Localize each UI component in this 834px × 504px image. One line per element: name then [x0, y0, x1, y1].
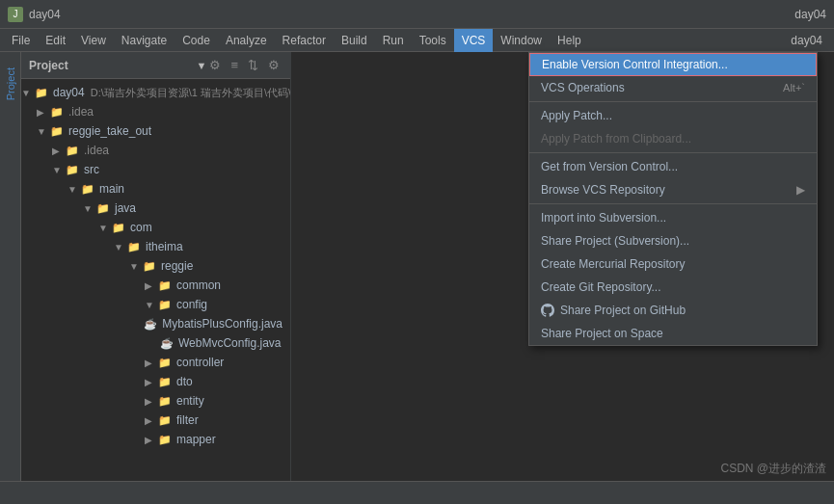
tree-row-com[interactable]: ▼ 📁 com [21, 218, 290, 237]
menu-build[interactable]: Build [334, 29, 375, 52]
project-title: day04 [29, 8, 61, 21]
vcs-item-operations[interactable]: VCS Operations Alt+` [529, 76, 817, 99]
vcs-dropdown-menu: Enable Version Control Integration... VC… [528, 52, 818, 346]
vcs-item-label-mercurial: Create Mercurial Repository [541, 257, 685, 271]
vcs-item-label-share-svn: Share Project (Subversion)... [541, 234, 689, 248]
panel-title: Project [29, 59, 194, 72]
menu-edit[interactable]: Edit [38, 29, 73, 52]
panel-icon-3[interactable]: ⇅ [245, 57, 261, 73]
menu-vcs[interactable]: VCS [454, 29, 494, 52]
tree-row-idea1[interactable]: ▶ 📁 .idea [21, 102, 290, 121]
label-com: com [130, 221, 152, 234]
folder-icon-config: 📁 [158, 299, 174, 311]
tree-view: ▼ 📁 day04 D:\瑞吉外卖项目资源\1 瑞吉外卖项目\代码\day04 … [21, 79, 290, 481]
tree-row-dto[interactable]: ▶ 📁 dto [21, 372, 290, 391]
vcs-item-mercurial[interactable]: Create Mercurial Repository [529, 252, 817, 276]
panel-icon-2[interactable]: ≡ [228, 57, 241, 73]
vcs-item-space[interactable]: Share Project on Space [529, 322, 817, 345]
tree-row-main[interactable]: ▼ 📁 main [21, 179, 290, 199]
tree-row-filter[interactable]: ▶ 📁 filter [21, 411, 290, 430]
path-day04: D:\瑞吉外卖项目资源\1 瑞吉外卖项目\代码\day04 [91, 86, 290, 100]
vcs-item-github[interactable]: Share Project on GitHub [529, 299, 817, 322]
folder-icon-controller: 📁 [158, 357, 174, 369]
arrow-reggie: ▼ [37, 126, 50, 137]
menu-navigate[interactable]: Navigate [114, 29, 175, 52]
panel-dropdown-arrow[interactable]: ▼ [197, 60, 207, 71]
menu-bar: File Edit View Navigate Code Analyze Ref… [0, 29, 834, 52]
folder-icon-idea2: 📁 [66, 145, 81, 157]
arrow-idea1: ▶ [37, 107, 50, 118]
panel-icon-4[interactable]: ⚙ [265, 57, 282, 73]
menu-view[interactable]: View [73, 29, 114, 52]
menu-code[interactable]: Code [175, 29, 218, 52]
tree-row-day04[interactable]: ▼ 📁 day04 D:\瑞吉外卖项目资源\1 瑞吉外卖项目\代码\day04 [21, 83, 290, 102]
folder-icon-java: 📁 [96, 202, 112, 215]
vcs-item-create-git[interactable]: Create Git Repository... [529, 276, 817, 299]
arrow-dto: ▶ [145, 377, 158, 387]
side-tab-project[interactable]: Project [3, 60, 18, 108]
vcs-item-label-apply-clipboard: Apply Patch from Clipboard... [541, 132, 691, 146]
folder-icon-idea1: 📁 [50, 106, 66, 119]
label-day04: day04 [53, 86, 85, 99]
label-common: common [176, 279, 221, 292]
vcs-separator-2 [529, 152, 817, 153]
vcs-item-share-svn[interactable]: Share Project (Subversion)... [529, 229, 817, 252]
github-icon [541, 304, 554, 317]
tree-row-mapper[interactable]: ▶ 📁 mapper [21, 430, 290, 449]
label-mybatis: MybatisPlusConfig.java [162, 317, 282, 331]
label-webmvc: WebMvcConfig.java [178, 336, 282, 350]
menu-file[interactable]: File [4, 29, 38, 52]
tree-row-controller[interactable]: ▶ 📁 controller [21, 353, 290, 372]
folder-icon-main: 📁 [81, 183, 96, 196]
tree-row-java[interactable]: ▼ 📁 java [21, 199, 290, 218]
menu-refactor[interactable]: Refactor [275, 29, 334, 52]
arrow-entity: ▶ [145, 396, 158, 407]
menu-help[interactable]: Help [550, 29, 589, 52]
arrow-common: ▶ [145, 280, 158, 291]
menu-tools[interactable]: Tools [412, 29, 454, 52]
label-reggie: reggie_take_out [68, 124, 151, 138]
vcs-item-import-svn[interactable]: Import into Subversion... [529, 206, 817, 229]
watermark: CSDN @进步的渣渣 [720, 461, 826, 477]
vcs-item-get-vcs[interactable]: Get from Version Control... [529, 155, 817, 178]
project-panel: Project ▼ ⚙ ≡ ⇅ ⚙ ▼ 📁 day04 D:\瑞吉外卖项目资源\… [21, 52, 291, 481]
tree-row-entity[interactable]: ▶ 📁 entity [21, 391, 290, 411]
folder-icon-day04: 📁 [35, 87, 50, 99]
folder-icon-src: 📁 [66, 164, 81, 176]
menu-analyze[interactable]: Analyze [218, 29, 275, 52]
vcs-shortcut-operations: Alt+` [783, 82, 805, 93]
tree-row-webmvc[interactable]: ☕ WebMvcConfig.java [21, 333, 290, 353]
folder-icon-reggie2: 📁 [143, 260, 158, 273]
tree-row-reggie[interactable]: ▼ 📁 reggie_take_out [21, 121, 290, 141]
tree-row-reggie2[interactable]: ▼ 📁 reggie [21, 256, 290, 276]
tree-row-src[interactable]: ▼ 📁 src [21, 160, 290, 179]
tree-row-itheima[interactable]: ▼ 📁 itheima [21, 237, 290, 256]
vcs-item-enable[interactable]: Enable Version Control Integration... [529, 53, 817, 76]
label-config: config [176, 298, 207, 311]
tree-row-idea2[interactable]: ▶ 📁 .idea [21, 141, 290, 160]
tree-row-common[interactable]: ▶ 📁 common [21, 276, 290, 295]
label-reggie2: reggie [161, 259, 193, 273]
vcs-separator-3 [529, 203, 817, 204]
label-idea1: .idea [68, 105, 94, 119]
vcs-item-apply-clipboard: Apply Patch from Clipboard... [529, 127, 817, 150]
label-filter: filter [176, 413, 199, 427]
menu-window[interactable]: Window [493, 29, 550, 52]
vcs-item-label-get-vcs: Get from Version Control... [541, 160, 678, 173]
tree-row-mybatis[interactable]: ☕ MybatisPlusConfig.java [21, 314, 290, 333]
vcs-item-label-browse: Browse VCS Repository [541, 183, 665, 197]
menu-run[interactable]: Run [375, 29, 412, 52]
arrow-src: ▼ [52, 165, 66, 175]
tree-row-config[interactable]: ▼ 📁 config [21, 295, 290, 314]
label-dto: dto [176, 375, 193, 388]
panel-icon-1[interactable]: ⚙ [206, 57, 224, 73]
folder-icon-com: 📁 [112, 222, 127, 234]
arrow-day04: ▼ [21, 88, 35, 98]
vcs-item-browse[interactable]: Browse VCS Repository ▶ [529, 178, 817, 201]
app-icon: J [8, 7, 23, 22]
java-icon-webmvc: ☕ [160, 337, 175, 350]
vcs-item-apply-patch[interactable]: Apply Patch... [529, 104, 817, 127]
vcs-browse-arrow: ▶ [796, 183, 805, 197]
vcs-item-label-apply-patch: Apply Patch... [541, 109, 612, 122]
title-bar: J day04 day04 [0, 0, 834, 29]
